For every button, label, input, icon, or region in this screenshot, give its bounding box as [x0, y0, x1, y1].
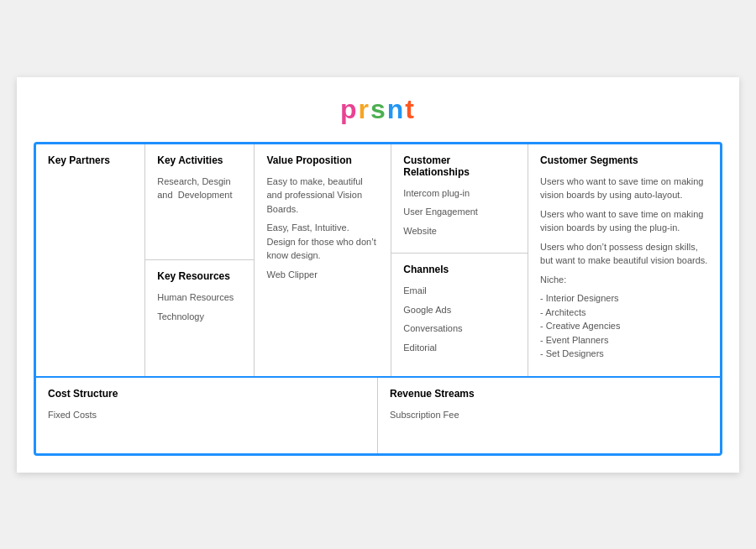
logo-area: prsnt	[34, 94, 722, 125]
key-resources-content: Human Resources Technology	[157, 290, 242, 323]
revenue-streams-content: Subscription Fee	[390, 408, 708, 422]
key-activities-cell: Key Activities Research, Desginand Devel…	[145, 144, 254, 261]
value-prop-item-1: Easy to make, beautiful and professional…	[266, 175, 379, 217]
channels-item-4: Editorial	[403, 341, 516, 355]
key-resources-item-2: Technology	[157, 310, 242, 324]
customer-segments-cell: Customer Segments Users who want to save…	[528, 144, 720, 376]
logo: prsnt	[340, 94, 416, 124]
cust-rel-item-3: Website	[403, 224, 516, 238]
cust-seg-item-3: Users who don’t possess design skills, b…	[540, 240, 708, 268]
logo-n: n	[387, 94, 406, 124]
key-activities-item-1: Research, Desginand Development	[157, 175, 242, 202]
customer-segments-content: Users who want to save time on making vi…	[540, 175, 708, 361]
value-proposition-content: Easy to make, beautiful and professional…	[266, 175, 379, 282]
key-resources-item-1: Human Resources	[157, 290, 242, 305]
cost-item-1: Fixed Costs	[48, 408, 365, 422]
cust-seg-niche-list: - Interior Designers- Architects- Creati…	[540, 291, 708, 361]
value-proposition-header: Value Proposition	[266, 154, 379, 166]
cust-rel-item-1: Intercom plug-in	[403, 186, 516, 201]
cost-structure-content: Fixed Costs	[48, 408, 365, 422]
value-prop-item-2: Easy, Fast, Intuitive. Design for those …	[266, 221, 379, 263]
channels-item-3: Conversations	[403, 322, 516, 336]
revenue-item-1: Subscription Fee	[390, 408, 708, 422]
key-resources-cell: Key Resources Human Resources Technology	[145, 260, 254, 376]
logo-t: t	[405, 94, 416, 124]
cust-rel-item-2: User Engagement	[403, 205, 516, 219]
bottom-section: Cost Structure Fixed Costs Revenue Strea…	[36, 378, 720, 453]
value-prop-item-3: Web Clipper	[266, 268, 379, 282]
cost-structure-cell: Cost Structure Fixed Costs	[36, 378, 378, 453]
channels-content: Email Google Ads Conversations Editorial	[403, 284, 516, 354]
key-activities-header: Key Activities	[157, 154, 242, 166]
key-partners-header: Key Partners	[48, 154, 133, 166]
page: prsnt Key Partners Key Activities Resear…	[17, 77, 739, 473]
channels-header: Channels	[403, 264, 516, 275]
customer-relationships-header: Customer Relationships	[403, 154, 516, 178]
cust-seg-niche-label: Niche:	[540, 273, 708, 287]
customer-relationships-content: Intercom plug-in User Engagement Website	[403, 186, 516, 238]
top-section: Key Partners Key Activities Research, De…	[36, 144, 720, 378]
cust-seg-item-1: Users who want to save time on making vi…	[540, 175, 708, 202]
cost-structure-header: Cost Structure	[48, 388, 365, 400]
key-activities-content: Research, Desginand Development	[157, 175, 242, 202]
logo-p: p	[340, 94, 359, 124]
revenue-streams-cell: Revenue Streams Subscription Fee	[378, 378, 720, 453]
key-activities-column: Key Activities Research, Desginand Devel…	[145, 144, 255, 376]
customer-segments-header: Customer Segments	[540, 154, 708, 166]
key-resources-header: Key Resources	[157, 270, 242, 282]
logo-r: r	[359, 94, 370, 124]
channels-item-1: Email	[403, 284, 516, 298]
channels-cell: Channels Email Google Ads Conversations …	[391, 254, 528, 376]
customer-relationships-cell: Customer Relationships Intercom plug-in …	[391, 144, 528, 254]
value-proposition-cell: Value Proposition Easy to make, beautifu…	[255, 144, 391, 376]
business-model-canvas: Key Partners Key Activities Research, De…	[34, 142, 722, 456]
key-partners-cell: Key Partners	[36, 144, 145, 376]
cust-seg-item-2: Users who want to save time on making vi…	[540, 207, 708, 235]
customer-relationships-column: Customer Relationships Intercom plug-in …	[391, 144, 528, 376]
revenue-streams-header: Revenue Streams	[390, 388, 708, 400]
channels-item-2: Google Ads	[403, 303, 516, 317]
logo-s: s	[370, 94, 387, 124]
